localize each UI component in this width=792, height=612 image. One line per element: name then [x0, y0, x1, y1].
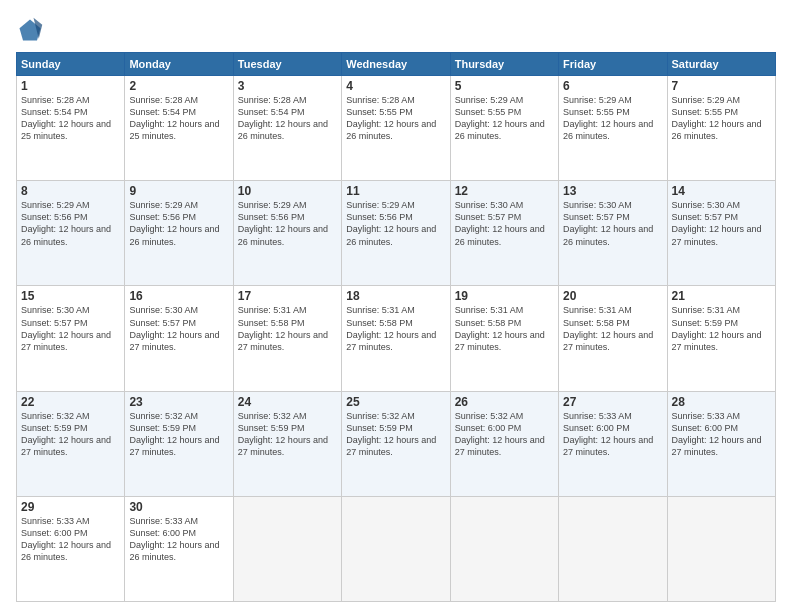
day-info: Sunrise: 5:30 AMSunset: 5:57 PMDaylight:… [672, 199, 771, 248]
calendar-cell: 15Sunrise: 5:30 AMSunset: 5:57 PMDayligh… [17, 286, 125, 391]
calendar-cell [342, 496, 450, 601]
day-number: 1 [21, 79, 120, 93]
day-number: 2 [129, 79, 228, 93]
day-number: 16 [129, 289, 228, 303]
day-info: Sunrise: 5:28 AMSunset: 5:54 PMDaylight:… [21, 94, 120, 143]
calendar-table: SundayMondayTuesdayWednesdayThursdayFrid… [16, 52, 776, 602]
calendar-cell: 19Sunrise: 5:31 AMSunset: 5:58 PMDayligh… [450, 286, 558, 391]
day-number: 12 [455, 184, 554, 198]
calendar-cell: 6Sunrise: 5:29 AMSunset: 5:55 PMDaylight… [559, 76, 667, 181]
day-number: 14 [672, 184, 771, 198]
calendar-cell: 17Sunrise: 5:31 AMSunset: 5:58 PMDayligh… [233, 286, 341, 391]
day-number: 23 [129, 395, 228, 409]
col-header-friday: Friday [559, 53, 667, 76]
day-info: Sunrise: 5:28 AMSunset: 5:54 PMDaylight:… [129, 94, 228, 143]
calendar-cell [450, 496, 558, 601]
day-info: Sunrise: 5:28 AMSunset: 5:55 PMDaylight:… [346, 94, 445, 143]
calendar-cell: 20Sunrise: 5:31 AMSunset: 5:58 PMDayligh… [559, 286, 667, 391]
day-number: 6 [563, 79, 662, 93]
calendar-cell: 9Sunrise: 5:29 AMSunset: 5:56 PMDaylight… [125, 181, 233, 286]
calendar-cell: 30Sunrise: 5:33 AMSunset: 6:00 PMDayligh… [125, 496, 233, 601]
calendar-cell: 26Sunrise: 5:32 AMSunset: 6:00 PMDayligh… [450, 391, 558, 496]
day-number: 3 [238, 79, 337, 93]
calendar-cell: 10Sunrise: 5:29 AMSunset: 5:56 PMDayligh… [233, 181, 341, 286]
day-info: Sunrise: 5:32 AMSunset: 5:59 PMDaylight:… [21, 410, 120, 459]
calendar-cell: 23Sunrise: 5:32 AMSunset: 5:59 PMDayligh… [125, 391, 233, 496]
day-number: 13 [563, 184, 662, 198]
day-info: Sunrise: 5:31 AMSunset: 5:58 PMDaylight:… [455, 304, 554, 353]
calendar-week-1: 1Sunrise: 5:28 AMSunset: 5:54 PMDaylight… [17, 76, 776, 181]
day-info: Sunrise: 5:28 AMSunset: 5:54 PMDaylight:… [238, 94, 337, 143]
day-info: Sunrise: 5:29 AMSunset: 5:55 PMDaylight:… [455, 94, 554, 143]
day-number: 20 [563, 289, 662, 303]
day-number: 7 [672, 79, 771, 93]
calendar-week-2: 8Sunrise: 5:29 AMSunset: 5:56 PMDaylight… [17, 181, 776, 286]
day-number: 18 [346, 289, 445, 303]
calendar-cell: 14Sunrise: 5:30 AMSunset: 5:57 PMDayligh… [667, 181, 775, 286]
col-header-monday: Monday [125, 53, 233, 76]
calendar-week-3: 15Sunrise: 5:30 AMSunset: 5:57 PMDayligh… [17, 286, 776, 391]
col-header-sunday: Sunday [17, 53, 125, 76]
day-number: 27 [563, 395, 662, 409]
day-info: Sunrise: 5:29 AMSunset: 5:55 PMDaylight:… [563, 94, 662, 143]
day-info: Sunrise: 5:33 AMSunset: 6:00 PMDaylight:… [672, 410, 771, 459]
calendar-cell: 25Sunrise: 5:32 AMSunset: 5:59 PMDayligh… [342, 391, 450, 496]
day-info: Sunrise: 5:32 AMSunset: 5:59 PMDaylight:… [238, 410, 337, 459]
day-info: Sunrise: 5:29 AMSunset: 5:55 PMDaylight:… [672, 94, 771, 143]
calendar-cell: 21Sunrise: 5:31 AMSunset: 5:59 PMDayligh… [667, 286, 775, 391]
calendar-cell: 4Sunrise: 5:28 AMSunset: 5:55 PMDaylight… [342, 76, 450, 181]
logo-icon [16, 16, 44, 44]
page: SundayMondayTuesdayWednesdayThursdayFrid… [0, 0, 792, 612]
day-number: 24 [238, 395, 337, 409]
calendar-cell: 3Sunrise: 5:28 AMSunset: 5:54 PMDaylight… [233, 76, 341, 181]
logo [16, 16, 48, 44]
calendar-cell: 18Sunrise: 5:31 AMSunset: 5:58 PMDayligh… [342, 286, 450, 391]
day-info: Sunrise: 5:33 AMSunset: 6:00 PMDaylight:… [21, 515, 120, 564]
day-number: 10 [238, 184, 337, 198]
calendar-cell: 1Sunrise: 5:28 AMSunset: 5:54 PMDaylight… [17, 76, 125, 181]
day-number: 19 [455, 289, 554, 303]
day-info: Sunrise: 5:30 AMSunset: 5:57 PMDaylight:… [129, 304, 228, 353]
col-header-thursday: Thursday [450, 53, 558, 76]
day-number: 4 [346, 79, 445, 93]
calendar-cell: 7Sunrise: 5:29 AMSunset: 5:55 PMDaylight… [667, 76, 775, 181]
day-number: 21 [672, 289, 771, 303]
day-number: 25 [346, 395, 445, 409]
calendar-cell: 29Sunrise: 5:33 AMSunset: 6:00 PMDayligh… [17, 496, 125, 601]
day-number: 26 [455, 395, 554, 409]
calendar-week-5: 29Sunrise: 5:33 AMSunset: 6:00 PMDayligh… [17, 496, 776, 601]
header [16, 16, 776, 44]
day-info: Sunrise: 5:33 AMSunset: 6:00 PMDaylight:… [563, 410, 662, 459]
calendar-week-4: 22Sunrise: 5:32 AMSunset: 5:59 PMDayligh… [17, 391, 776, 496]
calendar-cell: 5Sunrise: 5:29 AMSunset: 5:55 PMDaylight… [450, 76, 558, 181]
day-info: Sunrise: 5:31 AMSunset: 5:59 PMDaylight:… [672, 304, 771, 353]
day-number: 9 [129, 184, 228, 198]
day-info: Sunrise: 5:29 AMSunset: 5:56 PMDaylight:… [346, 199, 445, 248]
calendar-cell [559, 496, 667, 601]
calendar-header-row: SundayMondayTuesdayWednesdayThursdayFrid… [17, 53, 776, 76]
day-number: 15 [21, 289, 120, 303]
day-info: Sunrise: 5:30 AMSunset: 5:57 PMDaylight:… [563, 199, 662, 248]
calendar-cell: 8Sunrise: 5:29 AMSunset: 5:56 PMDaylight… [17, 181, 125, 286]
calendar-cell [667, 496, 775, 601]
day-info: Sunrise: 5:31 AMSunset: 5:58 PMDaylight:… [563, 304, 662, 353]
col-header-wednesday: Wednesday [342, 53, 450, 76]
day-info: Sunrise: 5:31 AMSunset: 5:58 PMDaylight:… [238, 304, 337, 353]
day-number: 29 [21, 500, 120, 514]
day-number: 5 [455, 79, 554, 93]
day-number: 30 [129, 500, 228, 514]
calendar-cell: 28Sunrise: 5:33 AMSunset: 6:00 PMDayligh… [667, 391, 775, 496]
col-header-saturday: Saturday [667, 53, 775, 76]
calendar-cell: 13Sunrise: 5:30 AMSunset: 5:57 PMDayligh… [559, 181, 667, 286]
day-info: Sunrise: 5:29 AMSunset: 5:56 PMDaylight:… [21, 199, 120, 248]
day-info: Sunrise: 5:30 AMSunset: 5:57 PMDaylight:… [21, 304, 120, 353]
day-number: 17 [238, 289, 337, 303]
calendar-cell: 16Sunrise: 5:30 AMSunset: 5:57 PMDayligh… [125, 286, 233, 391]
calendar-cell: 2Sunrise: 5:28 AMSunset: 5:54 PMDaylight… [125, 76, 233, 181]
day-number: 28 [672, 395, 771, 409]
col-header-tuesday: Tuesday [233, 53, 341, 76]
day-number: 22 [21, 395, 120, 409]
day-info: Sunrise: 5:30 AMSunset: 5:57 PMDaylight:… [455, 199, 554, 248]
day-info: Sunrise: 5:32 AMSunset: 5:59 PMDaylight:… [346, 410, 445, 459]
calendar-cell: 24Sunrise: 5:32 AMSunset: 5:59 PMDayligh… [233, 391, 341, 496]
